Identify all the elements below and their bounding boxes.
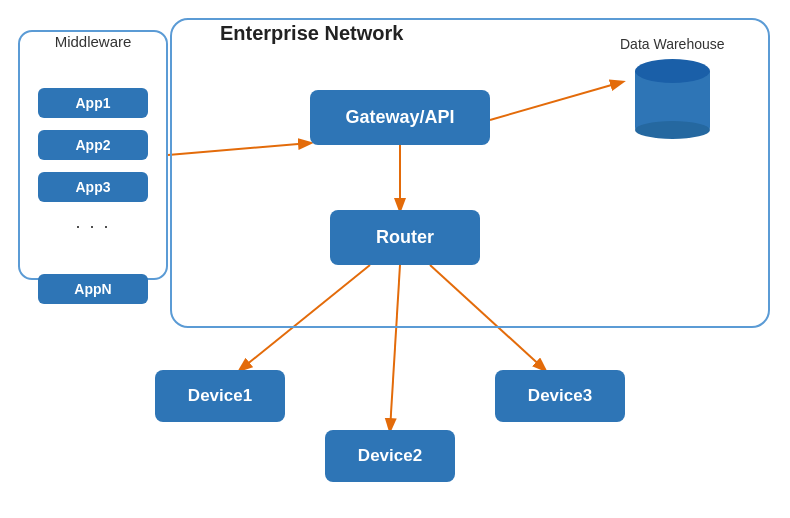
- data-warehouse-cylinder: [635, 59, 710, 139]
- data-warehouse-container: Data Warehouse: [620, 35, 725, 139]
- gateway-label: Gateway/API: [345, 107, 454, 128]
- device2-label: Device2: [358, 446, 422, 466]
- device3-box: Device3: [495, 370, 625, 422]
- app2-button: App2: [38, 130, 148, 160]
- device1-box: Device1: [155, 370, 285, 422]
- app3-button: App3: [38, 172, 148, 202]
- app-buttons-container: App1 App2 App3 · · · AppN: [18, 60, 168, 309]
- cylinder-top: [635, 59, 710, 83]
- device3-label: Device3: [528, 386, 592, 406]
- router-label: Router: [376, 227, 434, 248]
- dots: · · ·: [75, 216, 110, 237]
- app1-button: App1: [38, 88, 148, 118]
- device2-box: Device2: [325, 430, 455, 482]
- diagram: Enterprise Network Middleware App1 App2 …: [0, 0, 790, 518]
- cylinder-bottom: [635, 121, 710, 139]
- enterprise-network-label: Enterprise Network: [220, 22, 403, 45]
- device1-label: Device1: [188, 386, 252, 406]
- router-box: Router: [330, 210, 480, 265]
- data-warehouse-label: Data Warehouse: [620, 35, 725, 53]
- gateway-box: Gateway/API: [310, 90, 490, 145]
- middleware-label: Middleware: [18, 33, 168, 50]
- appN-button: AppN: [38, 274, 148, 304]
